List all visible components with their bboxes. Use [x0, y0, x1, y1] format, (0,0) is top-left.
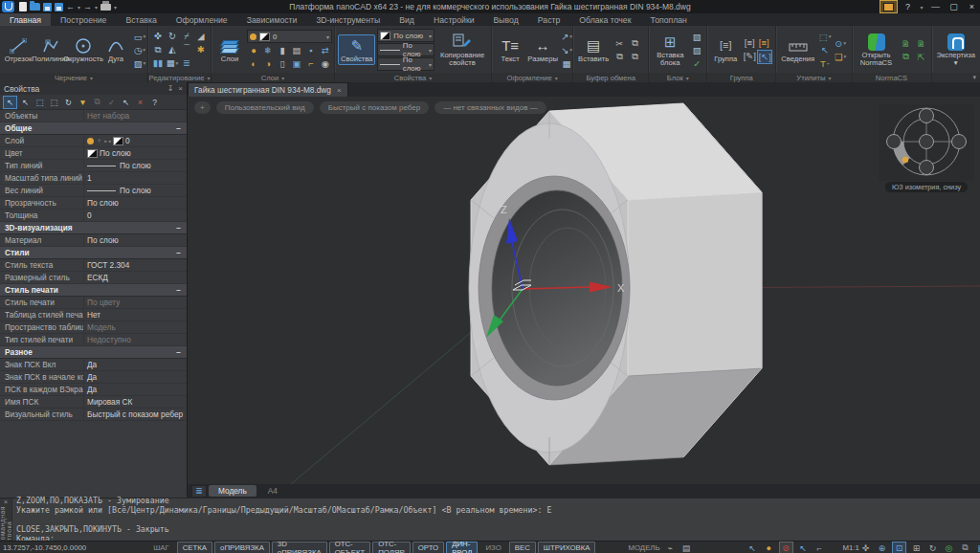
- save-as-icon[interactable]: [55, 3, 63, 11]
- ribbon-collapse-icon[interactable]: ▾: [972, 74, 976, 81]
- text-find-icon[interactable]: Т+: [818, 57, 832, 70]
- document-tab[interactable]: Гайка шестигранная DIN 934-M8.dwg ×: [188, 82, 348, 97]
- property-row[interactable]: Тип стилей печати ＋▪▪ Недоступно: [0, 334, 187, 346]
- status-toggle[interactable]: 3D оПРИВЯЗКА: [272, 542, 327, 553]
- property-row[interactable]: Знак ПСК в начале коор... ＋▪▪ Да: [0, 371, 187, 384]
- lineweight-combo[interactable]: По слою ▾: [377, 57, 434, 71]
- pick-object-icon[interactable]: ↖: [19, 97, 32, 108]
- select-similar-icon[interactable]: ⊙▾: [834, 37, 847, 50]
- normacs-link-icon[interactable]: ⇱: [915, 51, 928, 63]
- layer-isolate-icon[interactable]: ▪: [304, 44, 318, 56]
- property-row[interactable]: Стили ＋▪▪: [0, 247, 187, 259]
- line-button[interactable]: Отрезок: [3, 35, 33, 64]
- match-properties-button[interactable]: Копирование свойств: [436, 32, 488, 68]
- property-row[interactable]: Стиль текста ＋▪▪ ГОСТ 2.304: [0, 259, 187, 272]
- viewport-linked-views-button[interactable]: — нет связанных видов —: [434, 101, 546, 114]
- layer-prev-icon[interactable]: ⌐: [304, 57, 318, 70]
- viewport-visual-style-button[interactable]: Быстрый с показом ребер: [320, 101, 430, 114]
- copy-with-basepoint-icon[interactable]: ⧉: [628, 37, 641, 50]
- view-locator-widget[interactable]: ЮЗ изометрия, снизу: [879, 104, 974, 192]
- status-toggle[interactable]: ОТС-ОБЪЕКТ: [329, 542, 371, 553]
- annotation-lamp-icon[interactable]: ●: [763, 542, 775, 553]
- document-tab-close-icon[interactable]: ×: [337, 86, 342, 95]
- nanocad-logo-icon[interactable]: [2, 1, 14, 12]
- viewport-lock-icon[interactable]: ⌁: [664, 542, 677, 553]
- layer-match-icon[interactable]: ⇄: [319, 44, 332, 56]
- ribbon-tab[interactable]: Настройки: [424, 13, 484, 26]
- insert-block-button[interactable]: ⊞ Вставка блока: [652, 32, 688, 68]
- maximize-button[interactable]: ▢: [946, 1, 962, 12]
- quick-select-panel-icon[interactable]: ↖: [120, 97, 132, 108]
- info-button[interactable]: Сведения: [779, 35, 816, 64]
- select-window-icon[interactable]: ⬚: [33, 97, 46, 108]
- group-label-annotation[interactable]: Оформление▾: [492, 73, 572, 82]
- selection-cycling-icon[interactable]: ↖: [746, 542, 759, 553]
- status-toggle[interactable]: ДИН-ВВОД: [446, 542, 478, 553]
- stretch-icon[interactable]: ▮▮: [151, 56, 165, 69]
- group-button[interactable]: [≡] Группа: [710, 35, 741, 64]
- fullscreen-icon[interactable]: ▣: [975, 542, 980, 553]
- panel-pin-icon[interactable]: ↧: [167, 84, 174, 93]
- property-row[interactable]: Тип линий ＋▪▪ По слою: [0, 160, 187, 172]
- copy-clip-icon[interactable]: ⧉: [612, 51, 626, 63]
- fillet-icon[interactable]: ⌒: [180, 43, 193, 55]
- multileader-icon[interactable]: ↘▾: [560, 44, 573, 56]
- ribbon-tab[interactable]: Оформление: [167, 13, 237, 26]
- pan-icon[interactable]: ✜: [859, 542, 872, 553]
- apply-icon[interactable]: ✓: [105, 97, 118, 108]
- erase-icon[interactable]: ◢: [194, 30, 208, 42]
- quick-select-icon[interactable]: ⬚▾: [818, 31, 832, 43]
- command-history[interactable]: Z,ZOOM,ПО,ПОКАЗАТЬ - ЗумированиеУкажите …: [12, 496, 980, 542]
- open-normacs-button[interactable]: Открыть NormaCS: [856, 32, 898, 68]
- ribbon-tab[interactable]: Растр: [528, 13, 570, 26]
- circle-button[interactable]: Окружность: [68, 35, 99, 64]
- move-icon[interactable]: ✜: [151, 30, 165, 42]
- group-label-block[interactable]: Блок▾: [649, 73, 706, 82]
- property-row[interactable]: Цвет ＋▪▪ По слою: [0, 147, 187, 160]
- text-button[interactable]: T≡ Текст: [495, 35, 525, 64]
- close-button[interactable]: ×: [964, 1, 980, 12]
- normacs-doc-icon[interactable]: 🗎: [915, 37, 928, 50]
- save-icon[interactable]: [43, 3, 52, 11]
- property-row[interactable]: Знак ПСК Вкл ＋▪▪ Да: [0, 359, 187, 371]
- group-edit-icon[interactable]: [✎]: [743, 50, 756, 62]
- paste-button[interactable]: ▤ Вставить: [576, 35, 611, 64]
- annotation-scale-icon[interactable]: ⌐: [813, 542, 826, 553]
- layer-thaw-icon[interactable]: ◑: [261, 57, 275, 70]
- layer-unlock-icon[interactable]: ▯: [276, 57, 289, 70]
- color-combo[interactable]: По слою ▾: [377, 29, 434, 42]
- ribbon-tab[interactable]: Главная: [0, 13, 51, 26]
- zoom-preview-icon[interactable]: ⊞: [910, 542, 923, 553]
- property-row[interactable]: Стиль печати ＋▪▪ По цвету: [0, 297, 187, 309]
- property-row[interactable]: Толщина ＋▪▪ 0: [0, 210, 187, 222]
- refresh-icon[interactable]: ↻: [62, 97, 75, 108]
- group-label-layers[interactable]: Слои▾: [212, 73, 334, 82]
- layer-lock-icon[interactable]: ▮: [276, 44, 289, 56]
- group-label-editing[interactable]: Редактирование▾: [148, 73, 211, 82]
- layer-off-icon[interactable]: ◐: [247, 57, 260, 70]
- group-label-properties[interactable]: Свойства▾: [335, 73, 491, 82]
- property-row[interactable]: Объекты ＋▪▪ Нет набора: [0, 110, 187, 122]
- group-select-icon[interactable]: [↖]: [757, 50, 772, 64]
- property-row[interactable]: Слой ＋▪▪ 0: [0, 135, 187, 147]
- ribbon-tab[interactable]: Вид: [390, 13, 424, 26]
- viewport[interactable]: + Пользовательский вид Быстрый с показом…: [188, 97, 980, 484]
- linetype-combo[interactable]: По слою ▾: [377, 43, 434, 56]
- group-label-normacs[interactable]: NormaCS: [853, 73, 931, 82]
- array-icon[interactable]: ▦▾: [166, 56, 179, 69]
- group-named-icon[interactable]: [≡]: [757, 36, 770, 49]
- property-row[interactable]: Размерный стиль ＋▪▪ ЕСКД: [0, 272, 187, 284]
- leader-icon[interactable]: ↗▾: [560, 31, 573, 43]
- redo-icon[interactable]: →: [83, 2, 92, 11]
- model-space-label[interactable]: МОДЕЛЬ: [628, 543, 659, 552]
- explode-icon[interactable]: ✱: [194, 43, 208, 55]
- panel-close-icon[interactable]: ×: [178, 84, 183, 93]
- status-toggle[interactable]: ШАГ: [147, 542, 175, 553]
- plot-icon[interactable]: ▤: [680, 542, 693, 553]
- copy-properties-icon[interactable]: ⧉: [91, 97, 103, 108]
- ribbon-tab[interactable]: Облака точек: [569, 13, 640, 26]
- layer-plot-icon[interactable]: ▤: [290, 44, 303, 56]
- status-toggle[interactable]: ШТРИХОВКА: [538, 542, 596, 553]
- property-row[interactable]: Общие ＋▪▪: [0, 122, 187, 135]
- select-crossing-icon[interactable]: ⬚: [48, 97, 60, 108]
